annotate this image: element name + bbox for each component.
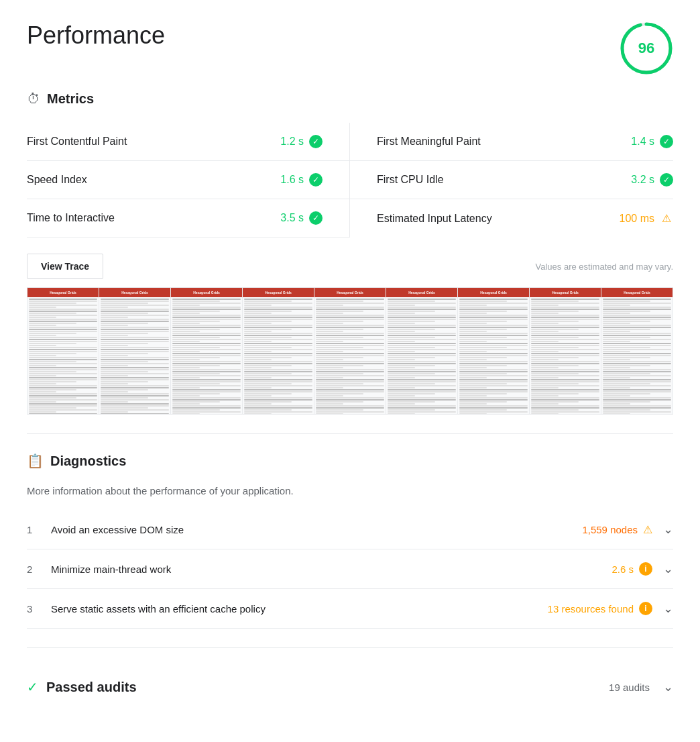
section-divider-1 [27, 433, 673, 434]
passed-audits-label: Passed audits [46, 680, 601, 695]
info-icon-3: i [639, 602, 652, 615]
metric-name-si: Speed Index [27, 174, 87, 186]
expand-diag-3[interactable]: ⌄ [663, 601, 673, 616]
warn-icon-eil: ⚠ [660, 212, 673, 225]
expand-diag-1[interactable]: ⌄ [663, 522, 673, 537]
diag-number-1: 1 [27, 524, 40, 535]
diagnostics-section: 📋 Diagnostics More information about the… [27, 453, 673, 629]
diagnostic-item-1: 1 Avoid an excessive DOM size 1,559 node… [27, 510, 673, 549]
trace-area: View Trace Values are estimated and may … [27, 254, 673, 415]
metric-name-eil: Estimated Input Latency [377, 213, 492, 225]
metric-name-fmp: First Meaningful Paint [377, 136, 481, 148]
metric-value-eil: 100 ms ⚠ [620, 212, 673, 225]
section-divider-2 [27, 647, 673, 648]
diag-label-2: Minimize main-thread work [51, 564, 601, 575]
metric-name-fcp: First Contentful Paint [27, 136, 127, 148]
screenshot-frame-4: Hexagonal Grids [243, 288, 314, 414]
score-circle: 96 [620, 21, 673, 75]
passed-check-icon: ✓ [27, 679, 38, 695]
check-icon-fmp: ✓ [660, 135, 673, 148]
diag-label-1: Avoid an excessive DOM size [51, 524, 571, 535]
check-icon-si: ✓ [309, 173, 323, 187]
screenshot-frame-6: Hexagonal Grids [386, 288, 458, 414]
warn-triangle-1: ⚠ [643, 523, 652, 536]
diagnostics-header: 📋 Diagnostics [27, 453, 673, 472]
metric-name-tti: Time to Interactive [27, 212, 115, 224]
screenshot-frame-5: Hexagonal Grids [314, 288, 386, 414]
diagnostic-item-2: 2 Minimize main-thread work 2.6 s i ⌄ [27, 549, 673, 589]
metrics-section: ⏱ Metrics First Contentful Paint 1.2 s ✓… [27, 91, 673, 237]
screenshot-frame-3: Hexagonal Grids [171, 288, 243, 414]
diag-value-2: 2.6 s i [611, 562, 652, 576]
diagnostics-description: More information about the performance o… [27, 485, 673, 496]
metrics-header: ⏱ Metrics [27, 91, 673, 109]
metric-name-fci: First CPU Idle [377, 174, 444, 186]
metric-row-eil: Estimated Input Latency 100 ms ⚠ [350, 199, 673, 237]
diag-number-2: 2 [27, 564, 40, 575]
trace-note: Values are estimated and may vary. [536, 262, 673, 272]
metrics-title: Metrics [47, 91, 94, 107]
metric-row-si: Speed Index 1.6 s ✓ [27, 161, 350, 199]
passed-audits-count: 19 audits [609, 682, 650, 693]
expand-passed-audits[interactable]: ⌄ [663, 680, 673, 694]
diag-number-3: 3 [27, 603, 40, 615]
score-value: 96 [638, 40, 654, 57]
check-icon-fci: ✓ [660, 173, 673, 187]
metric-row-fcp: First Contentful Paint 1.2 s ✓ [27, 123, 350, 161]
metric-value-fci: 3.2 s ✓ [631, 173, 673, 187]
screenshot-frame-1: Hexagonal Grids [27, 288, 99, 414]
metric-value-fcp: 1.2 s ✓ [280, 135, 323, 148]
metric-value-tti: 3.5 s ✓ [280, 211, 323, 225]
metrics-icon: ⏱ [27, 91, 40, 107]
screenshot-frame-2: Hexagonal Grids [99, 288, 171, 414]
metric-row-fci: First CPU Idle 3.2 s ✓ [350, 161, 673, 199]
passed-audits-row: ✓ Passed audits 19 audits ⌄ [27, 667, 673, 707]
metric-row-tti: Time to Interactive 3.5 s ✓ [27, 199, 350, 237]
diagnostics-title: Diagnostics [50, 454, 126, 469]
check-icon-tti: ✓ [309, 211, 323, 225]
info-icon-2: i [639, 562, 652, 576]
diag-value-1: 1,559 nodes ⚠ [582, 523, 652, 536]
screenshot-strip: Hexagonal Grids [27, 287, 673, 415]
page-title: Performance [27, 21, 165, 50]
screenshot-frame-8: Hexagonal Grids [530, 288, 601, 414]
metrics-grid: First Contentful Paint 1.2 s ✓ First Mea… [27, 123, 673, 237]
check-icon-fcp: ✓ [309, 135, 323, 148]
expand-diag-2[interactable]: ⌄ [663, 562, 673, 576]
metric-row-fmp: First Meaningful Paint 1.4 s ✓ [350, 123, 673, 161]
screenshot-frame-7: Hexagonal Grids [458, 288, 530, 414]
diag-value-3: 13 resources found i [548, 602, 652, 615]
diagnostics-icon: 📋 [27, 453, 44, 469]
diagnostic-item-3: 3 Serve static assets with an efficient … [27, 589, 673, 629]
metric-value-fmp: 1.4 s ✓ [631, 135, 673, 148]
trace-controls: View Trace Values are estimated and may … [27, 254, 673, 279]
metric-value-si: 1.6 s ✓ [280, 173, 323, 187]
view-trace-button[interactable]: View Trace [27, 254, 103, 279]
screenshot-frame-9: Hexagonal Grids [601, 288, 673, 414]
diag-label-3: Serve static assets with an efficient ca… [51, 603, 537, 615]
